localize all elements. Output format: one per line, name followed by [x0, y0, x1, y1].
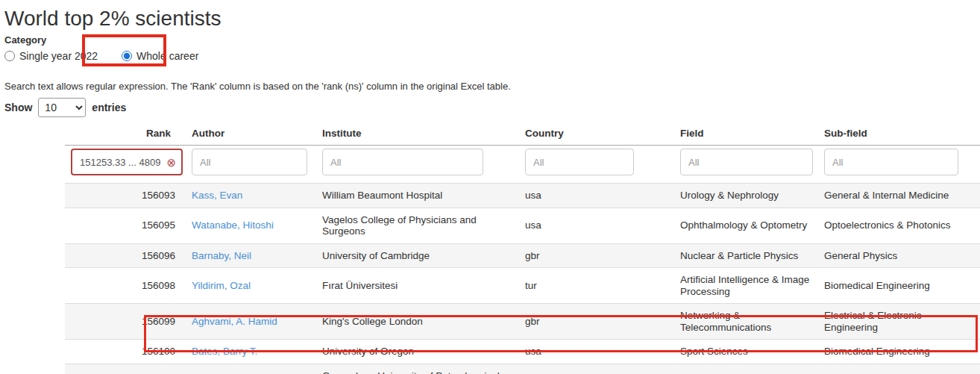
category-label: Category — [4, 34, 980, 46]
table-header-row: Rank Author Institute Country Field Sub-… — [65, 125, 980, 146]
column-header-subfield[interactable]: Sub-field — [818, 125, 980, 146]
institute-cell: University of Oregon — [316, 340, 519, 364]
subfield-cell: General Physics — [818, 243, 980, 268]
category-radio-group: Single year 2022 Whole career — [4, 49, 980, 63]
author-link[interactable]: Barnaby, Neil — [192, 250, 251, 261]
field-cell: Artificial Intelligence & Image Processi… — [674, 268, 818, 304]
author-link[interactable]: Yildirim, Ozal — [192, 280, 251, 291]
table-row: 156098Yildirim, OzalFırat Üniversitesitu… — [65, 268, 980, 304]
author-link[interactable]: Kass, Evan — [192, 190, 242, 201]
rank-cell: 156095 — [65, 208, 186, 243]
author-cell: Bates, Barry T. — [186, 340, 316, 364]
rank-cell: 156100 — [65, 340, 186, 364]
scientists-table: Rank Author Institute Country Field Sub-… — [65, 125, 980, 374]
field-cell: Ophthalmology & Optometry — [674, 208, 818, 243]
column-header-country[interactable]: Country — [519, 125, 674, 146]
author-cell: Kass, Evan — [186, 184, 316, 208]
radio-whole-career-input[interactable] — [122, 51, 132, 61]
scientists-table-container: Rank Author Institute Country Field Sub-… — [65, 125, 980, 374]
author-link[interactable]: Aghvami, A. Hamid — [192, 316, 277, 327]
author-cell: Yildirim, Ozal — [186, 268, 316, 304]
institute-cell: Fırat Üniversitesi — [316, 268, 519, 304]
column-header-institute[interactable]: Institute — [316, 125, 519, 146]
radio-single-year[interactable]: Single year 2022 — [4, 50, 98, 62]
field-cell: Sport Sciences — [674, 340, 818, 364]
institute-cell: Vagelos College of Physicians and Surgeo… — [316, 208, 519, 243]
author-cell: Yu, Changlin — [186, 364, 316, 374]
field-cell: Networking & Telecommunications — [674, 304, 818, 340]
rank-cell: 156101 — [65, 364, 186, 374]
country-cell: gbr — [519, 304, 674, 340]
author-filter-input[interactable] — [192, 149, 307, 175]
country-cell: tur — [519, 268, 674, 304]
subfield-cell: Optoelectronics & Photonics — [818, 208, 980, 243]
clear-filter-icon[interactable]: ⊗ — [166, 157, 176, 168]
radio-single-year-label: Single year 2022 — [19, 50, 98, 62]
radio-whole-career-label: Whole career — [136, 50, 198, 62]
author-cell: Aghvami, A. Hamid — [186, 304, 316, 340]
author-link[interactable]: Watanabe, Hitoshi — [192, 219, 274, 231]
country-cell: usa — [519, 340, 674, 364]
subfield-cell: Physical Chemistry — [818, 364, 980, 374]
country-filter-input[interactable] — [525, 149, 634, 175]
table-row: 156099Aghvami, A. HamidKing's College Lo… — [65, 304, 980, 340]
table-body: 156093Kass, EvanWilliam Beaumont Hospita… — [65, 184, 980, 374]
field-filter-input[interactable] — [680, 149, 813, 175]
institute-cell: King's College London — [316, 304, 519, 340]
show-label: Show — [4, 102, 32, 113]
entries-select[interactable]: 10 — [38, 98, 86, 117]
institute-cell: University of Cambridge — [316, 243, 519, 268]
institute-filter-input[interactable] — [322, 149, 483, 175]
author-cell: Barnaby, Neil — [186, 243, 316, 268]
field-cell: Materials — [674, 364, 818, 374]
radio-whole-career[interactable]: Whole career — [122, 50, 198, 62]
table-row: 156096Barnaby, NeilUniversity of Cambrid… — [65, 243, 980, 268]
country-cell: usa — [519, 184, 674, 208]
subfield-cell: General & Internal Medicine — [818, 184, 980, 208]
table-row: 156100Bates, Barry T.University of Orego… — [65, 340, 980, 364]
table-row: 156095Watanabe, HitoshiVagelos College o… — [65, 208, 980, 243]
rank-cell: 156098 — [65, 268, 186, 304]
subfield-filter-input[interactable] — [824, 149, 958, 175]
rank-cell: 156099 — [65, 304, 186, 340]
country-cell: gbr — [519, 243, 674, 268]
author-link[interactable]: Bates, Barry T. — [192, 346, 257, 357]
column-header-field[interactable]: Field — [674, 125, 818, 146]
rank-cell: 156096 — [65, 243, 186, 268]
subfield-cell: Biomedical Engineering — [818, 268, 980, 304]
country-cell: usa — [519, 208, 674, 243]
subfield-cell: Electrical & Electronic Engineering — [818, 304, 980, 340]
field-cell: Urology & Nephrology — [674, 184, 818, 208]
description-text: Search text allows regular expression. T… — [4, 81, 980, 92]
institute-cell: Guangdong University of Petrochemical Te… — [316, 364, 519, 374]
entries-control: Show 10 entries — [4, 98, 980, 117]
column-header-author[interactable]: Author — [186, 125, 316, 146]
table-row: 156101Yu, ChanglinGuangdong University o… — [65, 364, 980, 374]
institute-cell: William Beaumont Hospital — [316, 184, 519, 208]
rank-cell: 156093 — [65, 184, 186, 208]
rank-filter-wrap: ⊗ — [71, 149, 183, 175]
table-filter-row: ⊗ — [65, 146, 980, 184]
table-row: 156093Kass, EvanWilliam Beaumont Hospita… — [65, 184, 980, 208]
subfield-cell: Biomedical Engineering — [818, 340, 980, 364]
page-title: World top 2% scientists — [4, 6, 980, 31]
field-cell: Nuclear & Particle Physics — [674, 243, 818, 268]
radio-single-year-input[interactable] — [4, 51, 15, 61]
column-header-rank[interactable]: Rank — [65, 125, 186, 146]
entries-label: entries — [92, 102, 126, 113]
country-cell: chn — [519, 364, 674, 374]
author-cell: Watanabe, Hitoshi — [186, 208, 316, 243]
